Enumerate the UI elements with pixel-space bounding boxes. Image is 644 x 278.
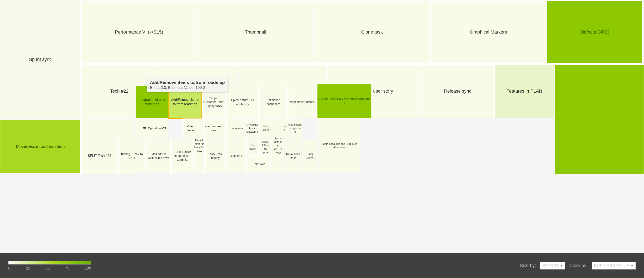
legend-area: 0 25 50 75 100 bbox=[8, 261, 91, 270]
size-by-arrow-icon: ▼ bbox=[560, 264, 563, 267]
legend-label-50: 50 bbox=[46, 266, 50, 270]
cell-defects-s[interactable]: Defects S#XX bbox=[547, 1, 643, 64]
cell-split-github-integration[interactable]: SPLIT GitHub integration – Commits bbox=[171, 139, 194, 173]
cell-perf-vi[interactable]: Performance VI (->S15) bbox=[81, 1, 197, 64]
treemap: Sprint sync Performance VI (->S15) Thumb… bbox=[0, 0, 644, 253]
cell-estimation-dashboard[interactable]: Estimation dashboard bbox=[259, 86, 288, 118]
cell-task-board-collapsible[interactable]: Task board: Collapsible rows bbox=[146, 139, 171, 173]
cell-emoji-support[interactable]: Emoji support bbox=[302, 139, 318, 173]
cell-sprint-sync[interactable]: Sprint sync bbox=[0, 0, 81, 119]
treemap-area: Sprint sync Performance VI (->S15) Thumb… bbox=[0, 0, 644, 253]
color-by-value: BUSINESS VALUE bbox=[594, 263, 629, 268]
cell-testing-pay-visa[interactable]: Testing – Pay by VISA bbox=[118, 139, 146, 173]
size-by-label: Size by: bbox=[520, 263, 536, 268]
size-by-select[interactable]: EFFORT ▼ bbox=[540, 262, 566, 269]
cell-quick-filters-ii[interactable]: Quick Filters II bbox=[259, 118, 274, 138]
cell-graphical-markers[interactable]: Graphical Markers bbox=[430, 1, 546, 64]
cell-chybajuce-testy[interactable]: Chybajuce testy, refactoring bbox=[246, 118, 259, 138]
cell-retro-ideas-map[interactable]: Retro ideas map bbox=[285, 139, 301, 173]
cell-users-accounts-bi[interactable]: Users accounts and BI related informatio… bbox=[319, 118, 360, 173]
cell-bugs-21[interactable]: Bugs #21 bbox=[226, 139, 246, 173]
cell-sprint-details-work-view[interactable]: Sprint details in WORK view bbox=[272, 118, 284, 173]
legend-label-0: 0 bbox=[8, 266, 10, 270]
cell-operation-21[interactable]: Operation #21 bbox=[146, 118, 168, 138]
size-by-value: EFFORT bbox=[542, 263, 559, 268]
color-by-select[interactable]: BUSINESS VALUE ▼ bbox=[592, 262, 636, 269]
cell-release-sync[interactable]: Release sync bbox=[422, 64, 494, 118]
legend-labels: 0 25 50 75 100 bbox=[8, 266, 91, 270]
tooltip-detail: Effort: 2.0, Business Value: 100.0 bbox=[150, 86, 225, 90]
cell-rca-desk-deploy[interactable]: RCA Desk deploy bbox=[205, 139, 226, 173]
cell-features-in-plan[interactable]: Features in PLAN bbox=[494, 64, 554, 118]
bottom-bar: 0 25 50 75 100 Size by: EFFORT ▼ Color b… bbox=[0, 253, 644, 278]
cell-clone-splitxxx[interactable]: CLONE SPLITxxx ScrumDesk@Hand (2) bbox=[317, 84, 372, 118]
legend-bar bbox=[8, 261, 91, 264]
tooltip-title: Add/Remove items to/from roadmap bbox=[150, 80, 225, 85]
cell-split-tech-22[interactable]: SPLIT Tech #22 bbox=[81, 139, 118, 173]
color-by-label: Color by: bbox=[569, 263, 588, 268]
cell-thumbnail[interactable]: Thumbnail bbox=[198, 1, 314, 64]
cell-move-resize[interactable]: Move/resize roadmap item bbox=[0, 119, 81, 173]
legend-label-25: 25 bbox=[26, 266, 30, 270]
tooltip: Add/Remove items to/from roadmap Effort:… bbox=[147, 78, 228, 92]
color-by-arrow-icon: ▼ bbox=[630, 264, 634, 267]
cell-impediment-details[interactable]: Impediment details bbox=[288, 86, 316, 118]
cell-default-filter-storymap[interactable]: Default filter for StoryMap view bbox=[194, 118, 205, 173]
legend-label-100: 100 bbox=[85, 266, 91, 270]
cell-epic-feature-us-attr[interactable]: Epic/Feature/US attributes bbox=[226, 86, 259, 118]
cell-epic-sync[interactable]: Epic sync bbox=[246, 155, 272, 173]
cell-right-large[interactable] bbox=[555, 64, 644, 174]
cell-print-tasks[interactable]: Print tasks bbox=[246, 139, 259, 155]
cell-bi-relations[interactable]: BI relations bbox=[226, 118, 246, 138]
controls: Size by: EFFORT ▼ Color by: BUSINESS VAL… bbox=[520, 262, 636, 269]
legend-label-75: 75 bbox=[65, 266, 69, 270]
cell-tasks-from-retro-idea[interactable]: Tasks from retro idea bbox=[202, 118, 226, 138]
cell-clone-task[interactable]: Clone task bbox=[314, 1, 430, 64]
cell-impediments-management-ii[interactable]: Impediments management II bbox=[288, 118, 302, 138]
cell-days-left-sprint[interactable]: Days left in the sprint bbox=[259, 139, 272, 155]
